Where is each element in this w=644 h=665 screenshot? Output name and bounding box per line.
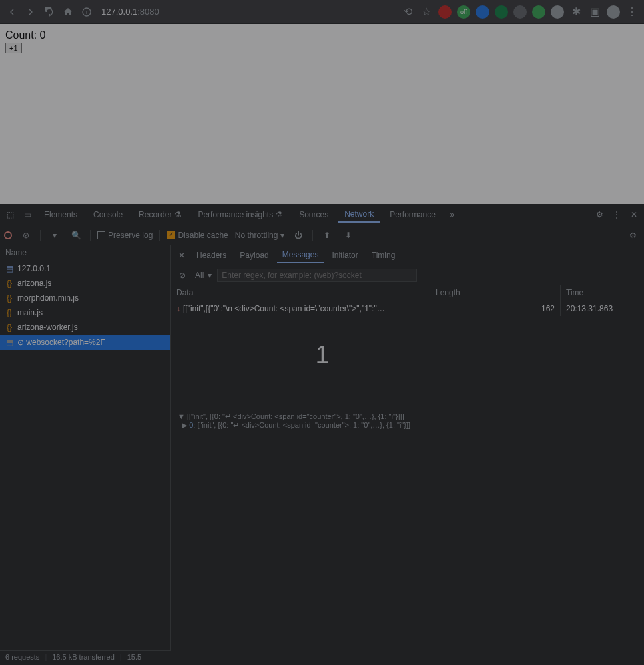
inspect-icon[interactable]: ⬚ bbox=[3, 207, 17, 222]
download-icon[interactable]: ⬇ bbox=[341, 228, 356, 243]
tab-sources[interactable]: Sources bbox=[292, 207, 335, 222]
clear-messages-icon[interactable]: ⊘ bbox=[175, 268, 190, 283]
preserve-log-checkbox[interactable]: Preserve log bbox=[97, 231, 153, 240]
ws-icon: ⬒ bbox=[5, 338, 13, 346]
home-icon[interactable] bbox=[61, 5, 75, 19]
col-data-header: Data bbox=[171, 285, 430, 301]
chevron-down-icon: ▾ bbox=[208, 271, 212, 280]
request-item[interactable]: ⬒⊙ websocket?path=%2F bbox=[0, 335, 170, 350]
page-content: Count: 0 +1 bbox=[0, 24, 644, 204]
js-icon: {} bbox=[5, 279, 13, 287]
messages-filter-bar: ⊘ All ▾ bbox=[171, 265, 644, 285]
status-bar: 6 requests| 16.5 kB transferred| 15.5 bbox=[0, 650, 171, 665]
extensions-area: ⟲ ☆ off ✱ ▣ ⋮ bbox=[401, 5, 639, 19]
throttling-select[interactable]: No throttling ▾ bbox=[235, 231, 285, 240]
request-detail: ✕ Headers Payload Messages Initiator Tim… bbox=[171, 245, 644, 665]
url-port: :8080 bbox=[137, 7, 159, 17]
forward-icon[interactable] bbox=[24, 5, 37, 19]
tab-network[interactable]: Network bbox=[338, 207, 380, 223]
kebab-icon[interactable]: ⋮ bbox=[609, 207, 624, 222]
upload-icon[interactable]: ⬆ bbox=[320, 228, 334, 243]
request-list-header: Name bbox=[0, 245, 170, 261]
overlay-number: 1 bbox=[316, 341, 329, 369]
tab-headers[interactable]: Headers bbox=[191, 248, 232, 263]
network-body: Name ▤127.0.0.1{}arizona.js{}morphdom.mi… bbox=[0, 245, 644, 665]
share-icon[interactable]: ⟲ bbox=[401, 5, 414, 19]
close-icon[interactable]: ✕ bbox=[627, 207, 641, 222]
reload-icon[interactable] bbox=[43, 5, 56, 19]
count-text: Count: 0 bbox=[5, 29, 639, 41]
url-host: 127.0.0.1 bbox=[101, 7, 137, 17]
filter-icon[interactable]: ▾ bbox=[47, 228, 62, 243]
network-toolbar: ⊘ ▾ 🔍 Preserve log Disable cache No thro… bbox=[0, 225, 644, 245]
messages-filter-select[interactable]: All ▾ bbox=[195, 271, 212, 280]
tab-initiator[interactable]: Initiator bbox=[326, 248, 363, 263]
messages-rows: ↓[["init",[{"0":"\n <div>Count: <span id… bbox=[171, 301, 644, 408]
request-name: arizona-worker.js bbox=[17, 323, 78, 332]
avatar[interactable] bbox=[607, 5, 620, 19]
disclosure-triangle-icon[interactable]: ▼ bbox=[178, 412, 187, 420]
js-icon: {} bbox=[5, 294, 13, 302]
extensions-icon[interactable]: ✱ bbox=[569, 5, 583, 19]
tab-performance-insights[interactable]: Performance insights ⚗ bbox=[191, 207, 290, 222]
tab-payload[interactable]: Payload bbox=[234, 248, 274, 263]
request-name: arizona.js bbox=[17, 279, 51, 288]
bookmark-icon[interactable]: ☆ bbox=[420, 5, 433, 19]
request-item[interactable]: {}arizona.js bbox=[0, 276, 170, 291]
extension-icon[interactable] bbox=[476, 5, 489, 19]
flask-icon: ⚗ bbox=[174, 210, 182, 219]
request-item[interactable]: {}morphdom.min.js bbox=[0, 291, 170, 305]
flask-icon: ⚗ bbox=[276, 210, 283, 219]
request-name: ⊙ websocket?path=%2F bbox=[17, 338, 105, 347]
clear-icon[interactable]: ⊘ bbox=[19, 228, 33, 243]
tab-messages[interactable]: Messages bbox=[277, 247, 324, 263]
status-resources: 15.5 bbox=[127, 653, 141, 663]
chevron-down-icon: ▾ bbox=[280, 231, 284, 240]
tab-recorder[interactable]: Recorder ⚗ bbox=[132, 207, 188, 222]
js-icon: {} bbox=[5, 309, 13, 317]
address-bar[interactable]: 127.0.0.1:8080 bbox=[101, 7, 396, 17]
gear-icon[interactable]: ⚙ bbox=[625, 228, 640, 243]
doc-icon: ▤ bbox=[5, 265, 13, 273]
extension-icon[interactable] bbox=[532, 5, 545, 19]
search-icon[interactable]: 🔍 bbox=[69, 228, 83, 243]
tab-timing[interactable]: Timing bbox=[366, 248, 401, 263]
svg-text:i: i bbox=[86, 9, 87, 15]
extension-icon[interactable] bbox=[551, 5, 564, 19]
extension-icon[interactable]: off bbox=[457, 5, 470, 19]
close-detail-icon[interactable]: ✕ bbox=[175, 251, 188, 260]
increment-button[interactable]: +1 bbox=[5, 43, 22, 53]
tab-elements[interactable]: Elements bbox=[37, 207, 84, 222]
device-icon[interactable]: ▭ bbox=[20, 207, 35, 222]
menu-icon[interactable]: ⋮ bbox=[625, 5, 639, 19]
request-item[interactable]: ▤127.0.0.1 bbox=[0, 261, 170, 276]
incoming-icon: ↓ bbox=[176, 304, 180, 313]
messages-columns: Data Length Time bbox=[171, 285, 644, 301]
extension-icon[interactable] bbox=[513, 5, 527, 19]
info-icon[interactable]: i bbox=[80, 5, 93, 19]
record-button[interactable] bbox=[4, 231, 12, 239]
extension-icon[interactable] bbox=[495, 5, 508, 19]
request-name: main.js bbox=[17, 308, 43, 317]
disclosure-triangle-icon[interactable]: ▶ bbox=[182, 421, 189, 429]
gear-icon[interactable]: ⚙ bbox=[592, 207, 607, 222]
devtools-tabs: ⬚ ▭ Elements Console Recorder ⚗ Performa… bbox=[0, 204, 644, 225]
request-name: morphdom.min.js bbox=[17, 293, 79, 303]
back-icon[interactable] bbox=[5, 5, 19, 19]
expand-line[interactable]: ▶ 0: ["init", [{0: "↵ <div>Count: <span … bbox=[178, 421, 637, 430]
messages-regex-input[interactable] bbox=[217, 269, 417, 282]
tab-console[interactable]: Console bbox=[87, 207, 129, 222]
tab-performance[interactable]: Performance bbox=[383, 207, 442, 222]
request-name: 127.0.0.1 bbox=[17, 264, 51, 273]
js-icon: {} bbox=[5, 323, 13, 331]
status-requests: 6 requests bbox=[5, 653, 39, 663]
extension-icon[interactable] bbox=[438, 5, 452, 19]
wifi-icon[interactable]: ⏻ bbox=[291, 228, 306, 243]
request-item[interactable]: {}main.js bbox=[0, 305, 170, 320]
request-item[interactable]: {}arizona-worker.js bbox=[0, 320, 170, 335]
disable-cache-checkbox[interactable]: Disable cache bbox=[167, 231, 228, 240]
message-row[interactable]: ↓[["init",[{"0":"\n <div>Count: <span id… bbox=[171, 301, 644, 316]
sidepanel-icon[interactable]: ▣ bbox=[588, 5, 601, 19]
expand-line[interactable]: ▼ [["init", [{0: "↵ <div>Count: <span id… bbox=[178, 412, 637, 421]
more-tabs-icon[interactable]: » bbox=[445, 207, 460, 222]
